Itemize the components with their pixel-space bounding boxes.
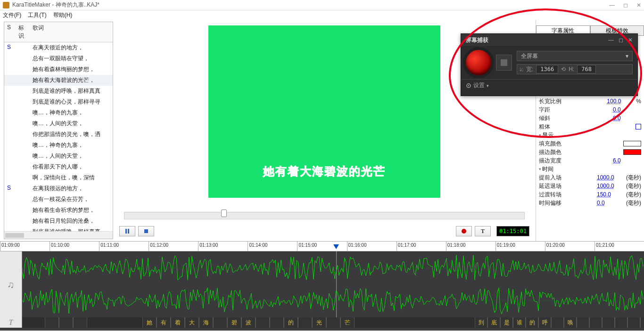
group-time[interactable]: 时间 bbox=[539, 165, 641, 173]
lyrics-row[interactable]: 到底是谁的心灵，那样寻寻 bbox=[4, 97, 113, 107]
playhead-marker-icon[interactable] bbox=[333, 244, 339, 249]
lyrics-row[interactable]: 到底是谁的呼唤，那样真真 bbox=[4, 86, 113, 97]
prop-bold-checkbox[interactable] bbox=[636, 124, 641, 129]
capture-settings-button[interactable]: 设置 ▾ bbox=[461, 79, 637, 91]
char-cell[interactable] bbox=[45, 317, 59, 328]
lyrics-row[interactable]: 到底是谁的呼唤，那样真真 bbox=[4, 226, 113, 231]
link-icon[interactable]: ⟲ bbox=[561, 66, 566, 73]
char-cell[interactable] bbox=[589, 317, 602, 328]
char-cell[interactable] bbox=[213, 317, 227, 328]
prop-fill-swatch[interactable] bbox=[623, 141, 641, 146]
char-cell[interactable]: 光 bbox=[312, 317, 326, 328]
char-cell[interactable]: 碧 bbox=[227, 317, 241, 328]
col-mark[interactable]: 标识 bbox=[16, 22, 30, 42]
menu-help[interactable]: 帮助(H) bbox=[53, 11, 73, 19]
lyrics-row[interactable]: S在离天很近的地方， bbox=[4, 42, 113, 53]
ruler-tick[interactable]: 01:15:00 bbox=[297, 242, 347, 251]
char-cell[interactable]: 呼 bbox=[538, 317, 551, 328]
prop-trans-value[interactable]: 150.0 bbox=[597, 191, 625, 198]
col-s[interactable]: S bbox=[4, 22, 16, 42]
time-ruler[interactable]: 01:09:0001:10:0001:11:0001:12:0001:13:00… bbox=[0, 241, 644, 251]
lyrics-row[interactable]: 她有着森林绚丽的梦想， bbox=[4, 64, 113, 75]
capture-width-value[interactable]: 1366 bbox=[536, 65, 558, 73]
ruler-tick[interactable]: 01:11:00 bbox=[99, 242, 149, 251]
char-cell[interactable] bbox=[577, 317, 589, 328]
ruler-tick[interactable]: 01:19:00 bbox=[495, 242, 545, 251]
char-cell[interactable]: 大 bbox=[185, 317, 199, 328]
char-cell[interactable]: 到 bbox=[475, 317, 487, 328]
capture-height-value[interactable]: 768 bbox=[577, 65, 596, 73]
ruler-tick[interactable]: 01:09:00 bbox=[0, 242, 50, 251]
lyrics-row[interactable]: 噢…，神奇的九寨， bbox=[4, 140, 113, 151]
maximize-button[interactable]: ◻ bbox=[623, 2, 628, 8]
group-display[interactable]: 显示 bbox=[539, 131, 641, 139]
char-cell[interactable]: 底 bbox=[487, 317, 500, 328]
prop-prein-value[interactable]: 1000.0 bbox=[597, 174, 625, 181]
playhead-line[interactable] bbox=[336, 251, 337, 317]
char-cell[interactable]: 唤 bbox=[564, 317, 577, 328]
prop-offset-value[interactable]: 0.0 bbox=[597, 200, 625, 206]
pause-button[interactable] bbox=[119, 226, 135, 236]
lyrics-row[interactable]: 她有着生命祈求的梦想， bbox=[4, 205, 113, 216]
prop-stroke-swatch[interactable] bbox=[623, 149, 641, 155]
lyrics-row[interactable]: 噢…，神奇的九寨， bbox=[4, 107, 113, 118]
char-cell[interactable] bbox=[551, 317, 564, 328]
menu-file[interactable]: 文件(F) bbox=[3, 11, 21, 19]
char-cell[interactable] bbox=[615, 317, 627, 328]
ruler-tick[interactable]: 01:21:00 bbox=[594, 242, 644, 251]
char-cell[interactable]: 她 bbox=[142, 317, 157, 328]
char-cell[interactable] bbox=[602, 317, 615, 328]
char-cell[interactable]: 谁 bbox=[513, 317, 526, 328]
prop-spacing-value[interactable]: 0.0 bbox=[613, 106, 641, 113]
ruler-tick[interactable]: 01:16:00 bbox=[347, 242, 396, 251]
ruler-tick[interactable]: 01:14:00 bbox=[248, 242, 297, 251]
record-button[interactable] bbox=[456, 226, 472, 236]
char-cell[interactable]: 有 bbox=[157, 317, 171, 328]
ruler-tick[interactable]: 01:10:00 bbox=[50, 242, 99, 251]
char-cell[interactable] bbox=[298, 317, 312, 328]
slider-knob[interactable] bbox=[221, 210, 227, 217]
ruler-tick[interactable]: 01:20:00 bbox=[545, 242, 594, 251]
char-cell[interactable] bbox=[640, 317, 644, 328]
waveform-tracks[interactable]: ♫ bbox=[0, 251, 644, 317]
screen-capture-window[interactable]: 屏幕捕获 — ◻ ✕ 全屏幕 ▾ ⟀ 宽: 1366 ⟲ H: 768 设置 bbox=[461, 33, 638, 96]
capture-close-button[interactable]: ✕ bbox=[628, 37, 633, 43]
capture-titlebar[interactable]: 屏幕捕获 — ◻ ✕ bbox=[461, 34, 637, 46]
stop-button[interactable] bbox=[138, 226, 154, 236]
lyrics-row[interactable]: 啊，深情向往，噢，深情 bbox=[4, 172, 113, 183]
col-lyric[interactable]: 歌词 bbox=[30, 22, 47, 42]
char-cell[interactable]: 的 bbox=[284, 317, 298, 328]
text-mode-button[interactable]: T bbox=[475, 226, 491, 236]
lyrics-h-scrollbar[interactable] bbox=[4, 231, 113, 239]
char-cell[interactable] bbox=[256, 317, 270, 328]
menu-tools[interactable]: 工具(T) bbox=[28, 11, 46, 19]
lyrics-row[interactable]: 总有一双眼睛在守望， bbox=[4, 53, 113, 64]
ruler-tick[interactable]: 01:13:00 bbox=[198, 242, 248, 251]
lyrics-row[interactable]: 总有一枝花朵在芬芳， bbox=[4, 194, 113, 205]
char-cell[interactable] bbox=[59, 317, 73, 328]
minimize-button[interactable]: — bbox=[609, 2, 615, 8]
lyrics-row[interactable]: 噢…，人间的天堂， bbox=[4, 151, 113, 161]
char-cell[interactable] bbox=[326, 317, 340, 328]
lyrics-list[interactable]: S在离天很近的地方，总有一双眼睛在守望，她有着森林绚丽的梦想，她有着大海碧波的光… bbox=[4, 42, 113, 231]
prop-ratio-value[interactable]: 100.0 bbox=[607, 98, 635, 105]
char-cell[interactable]: 的 bbox=[526, 317, 538, 328]
lyrics-row[interactable]: 噢…，人间的天堂， bbox=[4, 118, 113, 129]
capture-minimize-button[interactable]: — bbox=[608, 37, 614, 43]
lyrics-row[interactable]: 她有着日月轮回的沧桑， bbox=[4, 216, 113, 226]
ruler-tick[interactable]: 01:18:00 bbox=[446, 242, 495, 251]
prop-strokew-value[interactable]: 6.0 bbox=[613, 157, 641, 164]
position-slider[interactable] bbox=[124, 212, 525, 219]
capture-record-button[interactable] bbox=[466, 50, 491, 75]
char-cell[interactable]: 海 bbox=[199, 317, 213, 328]
char-cell[interactable]: 是 bbox=[500, 317, 513, 328]
capture-maximize-button[interactable]: ◻ bbox=[619, 37, 623, 43]
close-button[interactable]: ✕ bbox=[636, 2, 641, 8]
prop-delayout-value[interactable]: 1000.0 bbox=[597, 183, 625, 189]
char-cell[interactable] bbox=[627, 317, 640, 328]
char-cell[interactable]: 着 bbox=[171, 317, 185, 328]
char-cell[interactable] bbox=[73, 317, 87, 328]
capture-mode-select[interactable]: 全屏幕 ▾ bbox=[517, 51, 633, 61]
lyrics-row[interactable]: S在离我很远的地方， bbox=[4, 183, 113, 194]
ruler-tick[interactable]: 01:12:00 bbox=[149, 242, 198, 251]
